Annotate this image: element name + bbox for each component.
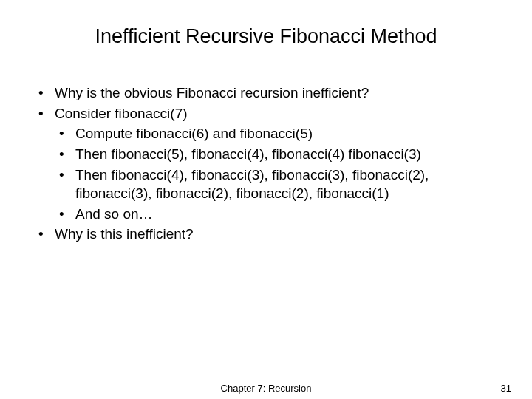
slide: Inefficient Recursive Fibonacci Method W… <box>0 0 532 399</box>
sub-bullet-item: And so on… <box>55 205 495 224</box>
bullet-text: Consider fibonacci(7) <box>55 106 188 121</box>
bullet-text: Compute fibonacci(6) and fibonacci(5) <box>75 126 313 141</box>
bullet-text: And so on… <box>75 206 153 222</box>
bullet-text: Then fibonacci(4), fibonacci(3), fibonac… <box>75 167 429 202</box>
bullet-item: Why is the obvious Fibonacci recursion i… <box>37 83 495 103</box>
sub-bullet-item: Then fibonacci(4), fibonacci(3), fibonac… <box>55 166 495 203</box>
bullet-text: Why is this inefficient? <box>55 226 194 242</box>
sub-bullet-list: Compute fibonacci(6) and fibonacci(5) Th… <box>55 124 495 223</box>
bullet-list: Why is the obvious Fibonacci recursion i… <box>37 83 495 244</box>
footer-chapter: Chapter 7: Recursion <box>221 383 312 394</box>
bullet-text: Then fibonacci(5), fibonacci(4), fibonac… <box>75 146 421 162</box>
sub-bullet-item: Compute fibonacci(6) and fibonacci(5) <box>55 124 495 143</box>
sub-bullet-item: Then fibonacci(5), fibonacci(4), fibonac… <box>55 145 495 164</box>
page-number: 31 <box>501 383 511 394</box>
slide-title: Inefficient Recursive Fibonacci Method <box>37 25 495 48</box>
bullet-item: Consider fibonacci(7) Compute fibonacci(… <box>37 104 495 224</box>
bullet-item: Why is this inefficient? <box>37 225 495 244</box>
bullet-text: Why is the obvious Fibonacci recursion i… <box>55 85 369 100</box>
slide-content: Why is the obvious Fibonacci recursion i… <box>37 83 495 244</box>
